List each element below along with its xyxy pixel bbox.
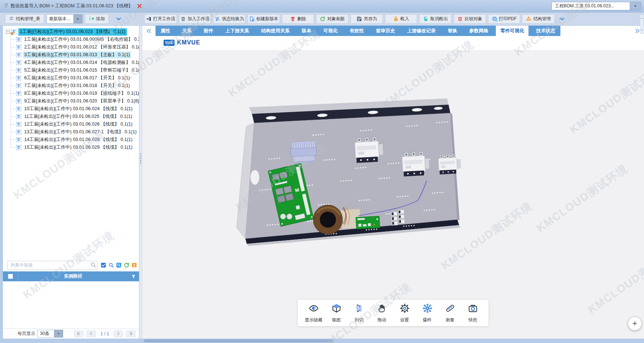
tree-item-12[interactable]: 零12工装[未检出](工作中) 03.01.06.026 【线缆】 0.1(1) bbox=[11, 120, 139, 128]
tab-5[interactable]: 版本 bbox=[297, 26, 316, 36]
add-button[interactable]: 添加 bbox=[85, 14, 109, 24]
close-breadcrumb-icon[interactable] bbox=[137, 3, 142, 9]
viewer-tool-section-cut[interactable]: 剖切 bbox=[348, 303, 370, 323]
list-filter-input[interactable] bbox=[7, 261, 98, 270]
tree-item-10[interactable]: 零10工装[未检出](工作中) 03.01.06.024 【线缆】 0.1(1) bbox=[11, 105, 139, 113]
toolbar-button-check-in[interactable]: 检入 bbox=[385, 14, 417, 24]
toolbar-button-new-version[interactable]: 创建新版本 bbox=[248, 14, 280, 24]
toolbar-button-structure-manage[interactable]: 结构管理 bbox=[522, 14, 555, 24]
tab-4[interactable]: 结构使用关系 bbox=[257, 26, 294, 36]
tree-item-8[interactable]: 零8工装[未检出](工作中) 03.01.06.019 【接线端子】 0.1(1… bbox=[11, 90, 139, 97]
part-icon: 零 bbox=[16, 99, 21, 104]
scroll-down-icon[interactable] bbox=[640, 28, 643, 33]
tree-item-14[interactable]: 零14工装[未检出](工作中) 03.01.06.028 【线缆】 0.1(1) bbox=[11, 136, 139, 144]
refresh-green-icon[interactable] bbox=[123, 262, 130, 268]
tree-item-3[interactable]: 零3工装[未检出](工作中) 03.01.06.013 【主板】 0.1(1) bbox=[11, 51, 139, 59]
check-square-icon[interactable] bbox=[100, 262, 107, 268]
tree-item-5[interactable]: 零5工装[未检出](工作中) 03.01.06.015 【带熔芯端子】 0.1(… bbox=[11, 66, 139, 74]
structure-table-button[interactable]: 结构管理_表 bbox=[5, 14, 44, 24]
toolbar-button-compare-object[interactable]: 比较对象 bbox=[454, 14, 486, 24]
tree-item-9[interactable]: 零9工装[未检出](工作中) 03.01.06.020 【双层单子】 0.1(8… bbox=[11, 97, 139, 105]
toolbar-button-save-as[interactable]: 另存为 bbox=[351, 14, 383, 24]
tab-12[interactable]: 零件可视化 bbox=[496, 26, 528, 36]
3d-canvas[interactable]: M bbox=[142, 50, 644, 339]
toolbar-button-state-transform[interactable]: 状态转换为 bbox=[213, 14, 245, 24]
toolbar-button-delete[interactable]: 删除 bbox=[282, 14, 314, 24]
tree-item-13[interactable]: 零13工装[未检出](工作中) 03.01.06.027-1 【电缆】 0.1(… bbox=[11, 128, 139, 136]
column-filter-funnel-icon[interactable] bbox=[128, 274, 139, 279]
toolbar-button-workflow-open[interactable]: 打开工作流 bbox=[144, 14, 177, 24]
new-version-icon bbox=[249, 16, 255, 22]
page-indicator: 1 / 1 bbox=[100, 331, 109, 336]
tab-2[interactable]: 附件 bbox=[200, 26, 218, 36]
tab-7[interactable]: 有效性 bbox=[345, 26, 368, 36]
save-as-icon bbox=[356, 16, 362, 22]
context-selector-arrow[interactable] bbox=[630, 2, 641, 10]
viewer-tool-explode[interactable]: 爆炸 bbox=[416, 303, 439, 323]
collapse-toggle-icon[interactable]: − bbox=[6, 30, 10, 34]
3d-model-enclosure[interactable]: M bbox=[234, 98, 469, 256]
scroll-up-icon[interactable] bbox=[640, 16, 643, 21]
left-toolbar-overflow-chevron-icon[interactable] bbox=[116, 16, 122, 22]
toolbar-button-object-refresh[interactable]: 对象刷新 bbox=[316, 14, 348, 24]
tab-11[interactable]: 参数网格 bbox=[465, 26, 493, 36]
select-all-cell[interactable] bbox=[3, 271, 18, 281]
horizontal-scrollbar-thumb[interactable] bbox=[144, 339, 333, 342]
version-selector-arrow[interactable] bbox=[74, 14, 83, 24]
tree-item-4[interactable]: 零4工装[未检出](工作中) 03.01.06.014 【电源检测板】 0.1(… bbox=[11, 59, 139, 66]
breadcrumb-text: 数据批量导入:BOM > 工程BOM 工装:03.01.06.023 【线槽】 bbox=[11, 3, 133, 9]
panel-splitter[interactable] bbox=[139, 26, 142, 339]
tab-9[interactable]: 上游修改记录 bbox=[403, 26, 440, 36]
viewer-tool-measure-ruler[interactable]: 测量 bbox=[439, 303, 461, 323]
part-icon: 零 bbox=[11, 29, 17, 34]
version-selector[interactable]: 最新版本... bbox=[47, 14, 83, 24]
viewer-tool-snapshot-camera[interactable]: 快照 bbox=[461, 303, 484, 323]
tab-3[interactable]: 上下游关系 bbox=[221, 26, 253, 36]
tab-6[interactable]: 可视化 bbox=[319, 26, 342, 36]
context-selector[interactable]: 工程BOM 工装:03.01.06.023... bbox=[552, 2, 641, 10]
select-all-checkbox[interactable] bbox=[8, 274, 13, 279]
location-pin-icon bbox=[4, 3, 9, 9]
upload-export-icon[interactable] bbox=[131, 262, 138, 268]
tree-root-row[interactable]: −零1工装[已检出](工作中) 03.01.06.023 【线槽】 0.1(1) bbox=[6, 28, 139, 36]
tab-8[interactable]: 签审历史 bbox=[372, 26, 399, 36]
doc-search-icon[interactable] bbox=[116, 262, 122, 268]
tab-13[interactable]: 技术状态 bbox=[532, 26, 560, 36]
zoom-search-icon[interactable] bbox=[108, 262, 114, 268]
tabs-scroll-left-icon[interactable] bbox=[142, 26, 155, 36]
part-icon: 零 bbox=[16, 106, 21, 111]
per-page-selector[interactable]: 30条 bbox=[37, 330, 63, 337]
last-page-button[interactable] bbox=[126, 331, 135, 337]
tab-10[interactable]: 替换 bbox=[443, 26, 462, 36]
splitter-grip[interactable] bbox=[140, 154, 141, 164]
tab-1[interactable]: 关系 bbox=[178, 26, 196, 36]
viewer-tool-settings-gear[interactable]: 设置 bbox=[393, 303, 416, 323]
search-icon[interactable] bbox=[90, 262, 96, 269]
prev-page-button[interactable] bbox=[87, 331, 96, 337]
body: −零1工装[已检出](工作中) 03.01.06.023 【线槽】 0.1(1)… bbox=[0, 26, 644, 339]
tree-item-2[interactable]: 零2工装[未检出](工作中) 03.01.06.012 【环形变压器】 0.1(… bbox=[11, 43, 139, 51]
viewer-tool-visibility[interactable]: 显示隐藏 bbox=[302, 303, 325, 323]
section-cut-icon bbox=[354, 303, 364, 314]
toolbar-mini-scrollbar[interactable] bbox=[640, 15, 644, 34]
per-page-arrow[interactable] bbox=[54, 330, 63, 337]
toolbar-overflow-chevron-icon[interactable] bbox=[559, 16, 565, 22]
tree-item-7[interactable]: 零7工装[未检出](工作中) 03.01.06.018 【开关】 0.1(1) bbox=[11, 82, 139, 90]
tree-item-6[interactable]: 零6工装[未检出](工作中) 03.01.06.017 【开关】 0.1(1) bbox=[11, 74, 139, 82]
zoom-plus-button[interactable]: + bbox=[628, 317, 642, 331]
tree-item-15[interactable]: 零15工装[未检出](工作中) 03.01.06.029 【线缆】 0.1(1) bbox=[11, 144, 139, 151]
swap-icon bbox=[9, 16, 14, 22]
tree-item-11[interactable]: 零11工装[未检出](工作中) 03.01.06.025 【线缆】 0.1(1) bbox=[11, 113, 139, 120]
viewer-tool-view-cube[interactable]: 视图 bbox=[325, 303, 348, 323]
toolbar-button-cancel-checkout[interactable]: 取消检出 bbox=[419, 14, 451, 24]
toolbar-button-print-pdf[interactable]: 打印PDF bbox=[488, 14, 520, 24]
first-page-button[interactable] bbox=[74, 331, 83, 337]
next-page-button[interactable] bbox=[114, 331, 123, 337]
part-icon: 零 bbox=[16, 130, 21, 134]
tab-0[interactable]: 属性 bbox=[156, 26, 175, 36]
toolbar-button-workflow-join[interactable]: 加入工作流 bbox=[179, 14, 211, 24]
tabs: 属性关系附件上下游关系结构使用关系版本可视化有效性签审历史上游修改记录替换参数网… bbox=[155, 26, 560, 36]
viewer-tool-drag-hand[interactable]: 拖动 bbox=[370, 303, 393, 323]
horizontal-scrollbar[interactable] bbox=[0, 339, 644, 343]
tree-item-1[interactable]: 零1工装[未检出](工作中) 03.01.06.000MS 【右电控箱】 0.1… bbox=[11, 36, 139, 43]
